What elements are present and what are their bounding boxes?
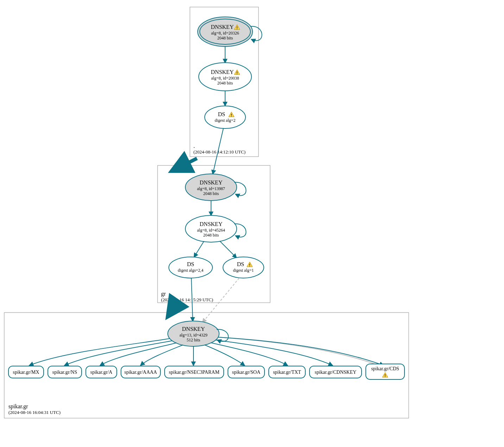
node-gr-ksk-sub2: 2048 bits: [203, 191, 219, 196]
svg-point-11: [223, 257, 264, 278]
node-root-zsk-title: DNSKEY: [211, 69, 234, 75]
svg-text:DS: DS: [218, 111, 225, 117]
svg-point-10: [169, 257, 212, 278]
rr-ns[interactable]: spikar.gr/NS: [48, 366, 82, 378]
node-gr-zsk[interactable]: DNSKEY alg=8, id=45264 2048 bits: [185, 215, 237, 242]
rr-n3p-label: spikar.gr/NSEC3PARAM: [169, 370, 219, 375]
edge-spikar-ksk-a: [100, 343, 177, 365]
node-spikar-ksk-sub1: alg=13, id=4329: [179, 333, 208, 338]
rr-ns-label: spikar.gr/NS: [52, 370, 77, 375]
rr-txt-label: spikar.gr/TXT: [273, 370, 301, 375]
edge-spikar-ksk-aaaa: [141, 345, 183, 365]
node-root-ds[interactable]: DS digest alg=2: [205, 106, 245, 128]
rr-cds[interactable]: spikar.gr/CDS: [366, 364, 404, 379]
node-gr-zsk-sub2: 2048 bits: [203, 233, 219, 238]
node-root-zsk[interactable]: DNSKEY alg=8, id=20038 2048 bits: [199, 63, 251, 91]
node-spikar-ksk-sub2: 512 bits: [187, 338, 200, 342]
zone-timestamp-spikar: (2024-08-16 16:04:31 UTC): [8, 410, 60, 415]
node-root-ds-sub1: digest alg=2: [215, 118, 235, 123]
rr-cdk-label: spikar.gr/CDNSKEY: [315, 370, 357, 375]
zone-label-gr: gr: [161, 291, 166, 297]
edge-gr-zsk-ds1: [194, 241, 204, 257]
edge-spikar-ksk-mx: [30, 339, 170, 365]
svg-text:DNSKEY: DNSKEY: [211, 69, 234, 75]
rr-mx[interactable]: spikar.gr/MX: [8, 366, 44, 378]
rr-a-label: spikar.gr/A: [90, 370, 113, 375]
node-root-ds-title: DS: [218, 111, 225, 117]
node-gr-zsk-title: DNSKEY: [200, 221, 223, 227]
zone-timestamp-root: (2024-08-16 14:12:10 UTC): [193, 149, 245, 155]
svg-point-6: [205, 106, 245, 128]
rr-mx-label: spikar.gr/MX: [13, 370, 39, 375]
edge-spikar-ksk-soa: [205, 345, 244, 365]
rr-cds-label: spikar.gr/CDS: [371, 366, 399, 371]
edge-spikar-ksk-cdk: [215, 340, 332, 365]
rr-aaaa[interactable]: spikar.gr/AAAA: [121, 366, 160, 378]
node-root-ksk[interactable]: DNSKEY alg=8, id=20326 2048 bits: [198, 17, 253, 46]
zone-label-spikar: spikar.gr: [8, 403, 28, 410]
node-root-zsk-sub2: 2048 bits: [217, 81, 233, 86]
node-spikar-ksk-title: DNSKEY: [182, 326, 205, 332]
node-spikar-ksk[interactable]: DNSKEY alg=13, id=4329 512 bits: [168, 321, 219, 346]
edge-zone-root-gr: [172, 158, 197, 171]
edge-spikar-ksk-cds: [218, 337, 383, 365]
rr-aaaa-label: spikar.gr/AAAA: [125, 370, 158, 375]
edge-spikar-ksk-ns: [65, 341, 172, 365]
node-gr-ds2-title: DS: [237, 261, 244, 267]
node-gr-ksk[interactable]: DNSKEY alg=8, id=13987 2048 bits: [185, 174, 237, 201]
node-gr-zsk-sub1: alg=8, id=45264: [197, 228, 225, 233]
node-gr-ds2[interactable]: DS digest alg=1: [223, 257, 264, 278]
node-gr-ds1-title: DS: [187, 261, 194, 267]
rr-n3p[interactable]: spikar.gr/NSEC3PARAM: [165, 366, 224, 378]
rr-cdk[interactable]: spikar.gr/CDNSKEY: [310, 366, 362, 378]
edge-gr-zsk-ds2: [220, 241, 236, 258]
node-gr-ksk-sub1: alg=8, id=13987: [197, 186, 225, 191]
node-root-ksk-sub2: 2048 bits: [217, 36, 233, 40]
node-gr-ds1[interactable]: DS digest algs=2,4: [169, 257, 212, 278]
node-root-ksk-title: DNSKEY: [211, 24, 234, 30]
zone-timestamp-gr: (2024-08-16 14:15:29 UTC): [161, 297, 213, 302]
node-gr-ds2-sub1: digest alg=1: [233, 268, 254, 273]
edge-spikar-ksk-txt: [211, 343, 287, 365]
svg-text:DS: DS: [237, 261, 244, 267]
node-root-ksk-sub1: alg=8, id=20326: [211, 31, 239, 36]
node-root-zsk-sub1: alg=8, id=20038: [211, 76, 239, 81]
node-gr-ksk-title: DNSKEY: [200, 180, 223, 185]
zone-label-root: .: [193, 143, 195, 149]
rr-a[interactable]: spikar.gr/A: [86, 366, 117, 378]
rr-soa[interactable]: spikar.gr/SOA: [228, 366, 264, 378]
svg-text:DNSKEY: DNSKEY: [211, 24, 234, 30]
edge-zone-gr-spikar: [168, 305, 176, 316]
rr-soa-label: spikar.gr/SOA: [232, 370, 261, 375]
rr-txt[interactable]: spikar.gr/TXT: [269, 366, 305, 378]
node-gr-ds1-sub1: digest algs=2,4: [178, 268, 204, 273]
edge-spikar-ksk-rr-shadow: [219, 337, 379, 365]
